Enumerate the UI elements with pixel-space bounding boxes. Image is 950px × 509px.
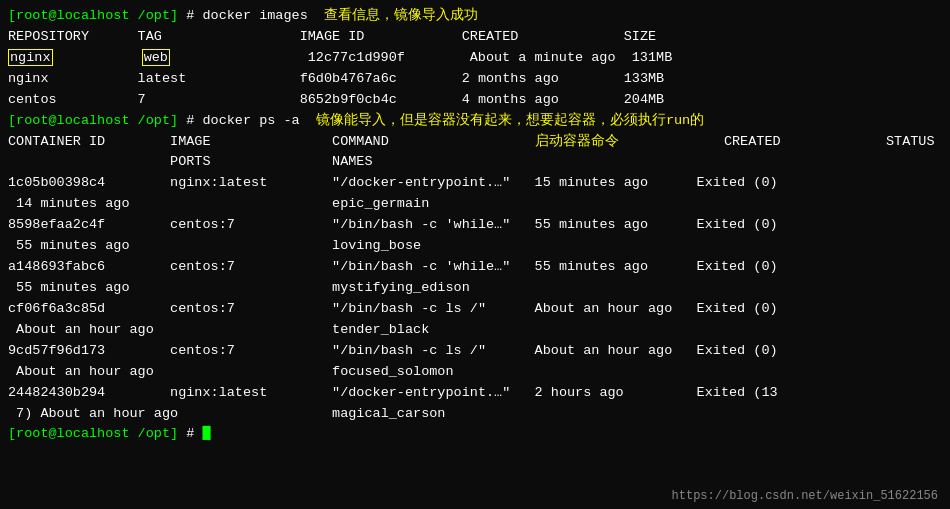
- ps-row-1a: 1c05b00398c4 nginx:latest "/docker-entry…: [8, 173, 942, 194]
- ps-row-4a: cf06f6a3c85d centos:7 "/bin/bash -c ls /…: [8, 299, 942, 320]
- images-row-nginx-web: nginx web 12c77c1d990f About a minute ag…: [8, 48, 942, 69]
- ps-row-3a: a148693fabc6 centos:7 "/bin/bash -c 'whi…: [8, 257, 942, 278]
- hash-3: #: [178, 426, 202, 441]
- cmd-docker-ps: docker ps -a: [202, 113, 315, 128]
- ps-header-2: PORTS NAMES: [8, 152, 942, 173]
- comment-ps: 镜像能导入，但是容器没有起来，想要起容器，必须执行run的: [316, 113, 704, 128]
- cursor-block: █: [202, 426, 210, 441]
- hash-2: #: [178, 113, 202, 128]
- ps-row-5a: 9cd57f96d173 centos:7 "/bin/bash -c ls /…: [8, 341, 942, 362]
- prompt-1: [root@localhost /opt]: [8, 8, 178, 23]
- ps-row-5b: About an hour ago focused_solomon: [8, 362, 942, 383]
- terminal-content: [root@localhost /opt] # docker images 查看…: [0, 0, 950, 451]
- ps-header-1: CONTAINER ID IMAGE COMMAND 启动容器命令 CREATE…: [8, 132, 942, 153]
- line-final-prompt: [root@localhost /opt] # █: [8, 424, 942, 445]
- prompt-3: [root@localhost /opt]: [8, 426, 178, 441]
- ps-row-2b: 55 minutes ago loving_bose: [8, 236, 942, 257]
- ps-row-1b: 14 minutes ago epic_germain: [8, 194, 942, 215]
- terminal-window: [root@localhost /opt] # docker images 查看…: [0, 0, 950, 509]
- comment-cmd: 启动容器命令: [535, 134, 619, 149]
- prompt-2: [root@localhost /opt]: [8, 113, 178, 128]
- images-row-nginx-latest: nginx latest f6d0b4767a6c 2 months ago 1…: [8, 69, 942, 90]
- line-cmd-docker-images: [root@localhost /opt] # docker images 查看…: [8, 6, 942, 27]
- nginx-tag-highlight: web: [142, 49, 170, 66]
- ps-row-4b: About an hour ago tender_black: [8, 320, 942, 341]
- cmd-docker-images: docker images: [202, 8, 324, 23]
- ps-row-3b: 55 minutes ago mystifying_edison: [8, 278, 942, 299]
- ps-row-6b: 7) About an hour ago magical_carson: [8, 404, 942, 425]
- hash-1: #: [178, 8, 202, 23]
- images-header: REPOSITORY TAG IMAGE ID CREATED SIZE: [8, 27, 942, 48]
- line-cmd-docker-ps: [root@localhost /opt] # docker ps -a 镜像能…: [8, 111, 942, 132]
- ps-row-2a: 8598efaa2c4f centos:7 "/bin/bash -c 'whi…: [8, 215, 942, 236]
- images-row-centos: centos 7 8652b9f0cb4c 4 months ago 204MB: [8, 90, 942, 111]
- nginx-repo-highlight: nginx: [8, 49, 53, 66]
- ps-row-6a: 24482430b294 nginx:latest "/docker-entry…: [8, 383, 942, 404]
- watermark-link: https://blog.csdn.net/weixin_51622156: [672, 489, 938, 503]
- repo-hdr: REPOSITORY TAG IMAGE ID CREATED SIZE: [8, 29, 656, 44]
- comment-images: 查看信息，镜像导入成功: [324, 8, 478, 23]
